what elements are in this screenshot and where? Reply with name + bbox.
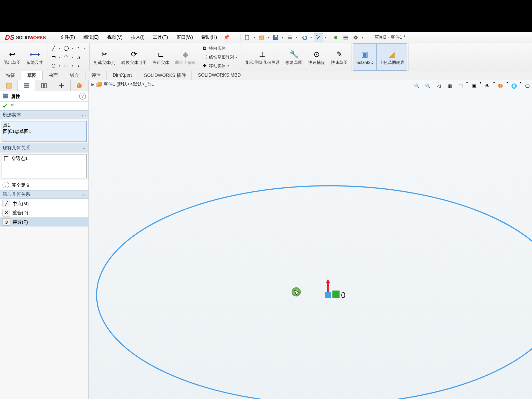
pierce-icon: ⊙: [3, 218, 10, 226]
select-dropdown[interactable]: [324, 36, 327, 39]
list-item[interactable]: 穿透点1: [11, 155, 28, 177]
selected-entities-header[interactable]: 所选实体︿: [0, 110, 88, 119]
svg-rect-31: [332, 291, 340, 298]
menu-view[interactable]: 视图(V): [103, 32, 127, 42]
options-button[interactable]: [341, 33, 350, 42]
pin-icon[interactable]: 📌: [224, 35, 230, 40]
add-relations-header[interactable]: 添加几何关系︿: [0, 190, 88, 199]
sketch-origin[interactable]: 0: [325, 279, 345, 300]
tab-surfaces[interactable]: 曲面: [43, 71, 64, 80]
relation-icon: [3, 155, 10, 162]
ribbon: ↩退出草图 ⟷智能尺寸 ╱◯∿ ▭◠A ⬠⬭• ✂剪裁实体(T) ⟳转换实体引用…: [0, 43, 532, 71]
shaded-contour-button[interactable]: ◢上色草图轮廓: [376, 43, 407, 71]
open-dropdown[interactable]: [267, 36, 270, 39]
tab-features[interactable]: 特征: [0, 71, 21, 80]
tab-dimxpert[interactable]: DimXpert: [107, 71, 138, 80]
arc-icon[interactable]: ◠: [62, 53, 70, 61]
instant2d-button[interactable]: ▣Instant2D: [353, 43, 376, 71]
document-title: 草图2 - 零件1 *: [375, 34, 405, 41]
menu-file[interactable]: 文件(F): [56, 32, 79, 42]
svg-rect-13: [24, 85, 29, 86]
existing-relations-list[interactable]: 穿透点1: [2, 154, 87, 178]
menu-help[interactable]: 帮助(H): [197, 32, 221, 42]
display-relations-button[interactable]: ⊥显示/删除几何关系: [242, 43, 283, 71]
info-icon: i: [3, 182, 9, 188]
circle-icon[interactable]: ◯: [62, 44, 70, 52]
polygon-icon[interactable]: ⬠: [50, 62, 57, 70]
svg-rect-19: [3, 94, 8, 95]
svg-rect-30: [325, 292, 331, 298]
spline-icon[interactable]: ∿: [75, 44, 83, 52]
mirror-icon[interactable]: ⧉: [201, 44, 208, 52]
undo-dropdown[interactable]: [310, 36, 313, 39]
property-title: 属性: [11, 93, 20, 99]
svg-rect-21: [3, 97, 8, 98]
exit-sketch-button[interactable]: ↩退出草图: [1, 43, 23, 71]
menu-window[interactable]: 窗口(W): [172, 32, 197, 42]
tab-addins[interactable]: SOLIDWORKS 插件: [138, 71, 192, 80]
definition-status: 完全定义: [12, 182, 30, 188]
surface-offset-button: ◈曲面上偏移: [172, 43, 199, 71]
panel-tabs: [0, 80, 88, 91]
print-button[interactable]: [285, 33, 294, 42]
menu-tools[interactable]: 工具(T): [149, 32, 172, 42]
text-icon[interactable]: A: [75, 53, 83, 61]
dimxpert-tab[interactable]: [53, 80, 71, 91]
main-menu: 文件(F) 编辑(E) 视图(V) 插入(I) 工具(T) 窗口(W) 帮助(H…: [56, 32, 221, 42]
convert-button[interactable]: ⟳转换实体引用: [118, 43, 149, 71]
smart-dimension-button[interactable]: ⟷智能尺寸: [23, 43, 46, 71]
property-tab[interactable]: [18, 80, 35, 91]
settings-button[interactable]: [351, 33, 360, 42]
list-item[interactable]: 圆弧1@草图1: [3, 129, 85, 135]
repair-sketch-button[interactable]: 🔧修复草图: [283, 43, 305, 71]
config-tab[interactable]: [35, 80, 53, 91]
settings-dropdown[interactable]: [361, 36, 364, 39]
new-dropdown[interactable]: [252, 36, 256, 39]
rebuild-button[interactable]: [331, 33, 340, 42]
tab-mbd[interactable]: SOLIDWORKS MBD: [192, 71, 247, 80]
menu-insert[interactable]: 插入(I): [127, 32, 149, 42]
trim-button[interactable]: ✂剪裁实体(T): [90, 43, 118, 71]
ellipse-icon[interactable]: ⬭: [62, 62, 70, 70]
quick-snap-button[interactable]: ⊙快速捕捉: [305, 43, 328, 71]
svg-point-17: [77, 83, 82, 88]
save-dropdown[interactable]: [281, 36, 284, 39]
undo-button[interactable]: [300, 33, 309, 42]
relation-coincident[interactable]: ✕重合(D): [0, 208, 88, 217]
move-icon[interactable]: ✥: [201, 62, 208, 70]
menu-edit[interactable]: 编辑(E): [79, 32, 103, 42]
app-logo: DS SOLIDWORKS: [2, 34, 49, 41]
svg-point-18: [78, 84, 79, 85]
pattern-icon[interactable]: ⋮⋮: [201, 53, 208, 61]
tab-sheetmetal[interactable]: 钣金: [64, 71, 85, 80]
print-dropdown[interactable]: [295, 36, 299, 39]
property-help-icon[interactable]: ?: [79, 93, 86, 99]
selected-entities-list[interactable]: 点1 圆弧1@草图1: [2, 121, 87, 142]
svg-rect-7: [343, 36, 348, 36]
cursor-icon: [294, 290, 300, 297]
tab-evaluate[interactable]: 评估: [85, 71, 107, 80]
tab-sketch[interactable]: 草图: [21, 71, 43, 80]
appearance-tab[interactable]: [71, 80, 88, 91]
sketch-ellipse[interactable]: [97, 186, 532, 399]
list-item[interactable]: 点1: [3, 122, 85, 128]
new-button[interactable]: [243, 33, 252, 42]
rapid-sketch-button[interactable]: ✎快速草图: [328, 43, 350, 71]
graphics-area[interactable]: ▶ 零件1 (默认<<默认>_显... 🔍 🔍 ◁ ▦ ⬚▾ ▣▾ 👁▾ 🎨▾ …: [89, 80, 532, 399]
rect-icon[interactable]: ▭: [50, 53, 57, 61]
existing-relations-header[interactable]: 现有几何关系︿: [0, 144, 88, 152]
line-icon[interactable]: ╱: [50, 44, 57, 52]
keep-visible-button[interactable]: ⤱: [10, 103, 14, 109]
point-icon[interactable]: •: [75, 62, 83, 70]
relation-midpoint[interactable]: ╱中点(M): [0, 199, 88, 208]
collapse-icon[interactable]: ︿: [82, 112, 86, 118]
feature-tree-tab[interactable]: [0, 80, 18, 91]
select-button[interactable]: [314, 33, 323, 42]
save-button[interactable]: [271, 33, 280, 42]
offset-button[interactable]: ⊏等距实体: [149, 43, 172, 71]
svg-rect-12: [24, 83, 29, 84]
ok-button[interactable]: ✔: [3, 103, 8, 109]
menubar: DS SOLIDWORKS 文件(F) 编辑(E) 视图(V) 插入(I) 工具…: [0, 32, 532, 43]
relation-pierce[interactable]: ⊙穿透(P): [0, 217, 88, 227]
open-button[interactable]: [257, 33, 266, 42]
